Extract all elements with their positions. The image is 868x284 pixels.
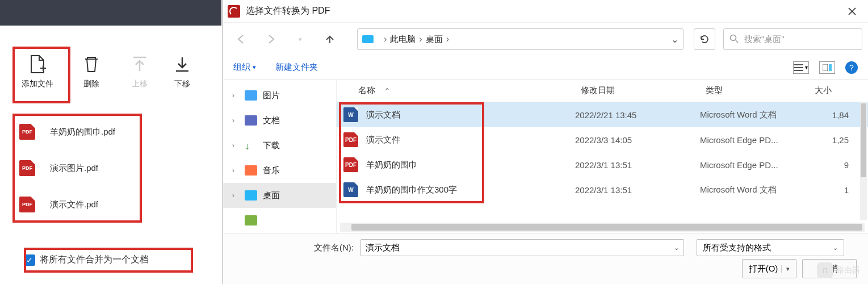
sidebar-item-downloads[interactable]: ›下载 [223, 133, 336, 158]
chevron-down-icon[interactable]: ⌄ [674, 244, 679, 252]
search-input[interactable]: 搜索"桌面" [723, 28, 862, 50]
file-name: 演示文档 [366, 110, 575, 120]
app-panel: 添加文件 删除 上移 下移 PDF 羊奶奶的围巾.pdf PDF [0, 0, 221, 284]
sidebar-item-music[interactable]: ›音乐 [223, 158, 336, 183]
app-icon [228, 5, 240, 18]
delete-button[interactable]: 删除 [70, 47, 112, 98]
file-browser: 名称⌃ 修改日期 类型 大小 W 演示文档 2022/2/21 13:45 Mi… [337, 80, 868, 233]
app-titlebar [0, 0, 221, 26]
file-size: 1,25 [809, 135, 849, 145]
pdf-icon: PDF [343, 157, 358, 172]
recent-dropdown[interactable]: ▾ [288, 27, 313, 52]
scrollbar-thumb[interactable] [351, 224, 862, 231]
move-up-button[interactable]: 上移 [118, 47, 161, 98]
filename-input[interactable]: 演示文档 ⌄ [360, 239, 684, 256]
search-placeholder: 搜索"桌面" [744, 34, 785, 45]
chevron-down-icon: ▾ [253, 64, 256, 71]
breadcrumb[interactable]: › 此电脑 › 桌面 › ⌄ [357, 28, 684, 50]
preview-pane-button[interactable] [819, 61, 835, 74]
table-row[interactable]: PDF 演示文件 2022/3/3 14:05 Microsoft Edge P… [337, 127, 868, 152]
music-icon [245, 165, 257, 176]
column-headers: 名称⌃ 修改日期 类型 大小 [337, 80, 868, 102]
pdf-icon: PDF [343, 132, 358, 147]
arrow-left-icon [236, 34, 246, 44]
close-button[interactable] [841, 0, 863, 23]
app-icon [245, 215, 257, 225]
word-icon: W [343, 107, 358, 122]
sidebar-item[interactable] [223, 208, 336, 233]
column-size[interactable]: 大小 [815, 85, 854, 96]
dialog-body: ›图片 ›文档 ›下载 ›音乐 ›桌面 名称⌃ 修改日期 类型 大小 W 演示文… [223, 80, 868, 233]
list-icon [794, 64, 803, 71]
help-button[interactable]: ? [845, 61, 858, 74]
chevron-right-icon: › [232, 141, 240, 149]
annotation-box [12, 114, 142, 223]
vertical-scrollbar[interactable] [860, 102, 867, 220]
navigation-bar: ▾ › 此电脑 › 桌面 › ⌄ 搜索"桌面" [223, 23, 868, 56]
column-name[interactable]: 名称⌃ [358, 85, 581, 96]
dialog-footer: 文件名(N): 演示文档 ⌄ 所有受支持的格式 ⌄ 打开(O) ▾ 取消 [223, 233, 868, 284]
dialog-title: 选择文件转换为 PDF [246, 5, 330, 17]
view-list-button[interactable]: ▾ [793, 61, 809, 74]
file-name: 羊奶奶的围巾作文300字 [366, 185, 575, 195]
sidebar-item-desktop[interactable]: ›桌面 [223, 183, 336, 208]
sidebar-item-pictures[interactable]: ›图片 [223, 83, 336, 108]
chevron-down-icon: ▾ [805, 64, 808, 70]
back-button[interactable] [229, 27, 254, 52]
chevron-right-icon: › [232, 116, 240, 124]
chevron-right-icon: › [232, 166, 240, 174]
arrow-up-icon [325, 34, 335, 44]
word-icon: W [343, 182, 358, 197]
chevron-down-icon: ⌄ [833, 244, 838, 252]
dialog-buttons: 打开(O) ▾ 取消 [742, 259, 857, 278]
table-row[interactable]: W 羊奶奶的围巾作文300字 2022/3/1 13:51 Microsoft … [337, 177, 868, 202]
forward-button[interactable] [258, 27, 283, 52]
file-size: 1,84 [809, 110, 849, 120]
move-down-label: 下移 [174, 79, 190, 89]
places-sidebar: ›图片 ›文档 ›下载 ›音乐 ›桌面 [223, 80, 337, 233]
crumb-root[interactable]: 此电脑 [390, 34, 416, 45]
column-date[interactable]: 修改日期 [581, 85, 706, 96]
file-date: 2022/2/21 13:45 [575, 110, 700, 120]
table-row[interactable]: PDF 羊奶奶的围巾 2022/3/1 13:51 Microsoft Edge… [337, 152, 868, 177]
crumb-folder[interactable]: 桌面 [426, 34, 443, 45]
chevron-right-icon: › [232, 91, 240, 99]
file-type: Microsoft Edge PD... [700, 135, 809, 145]
command-bar: 组织▾ 新建文件夹 ▾ ? [223, 56, 868, 80]
svg-point-0 [731, 35, 736, 40]
chevron-right-icon: › [419, 34, 422, 44]
file-name: 演示文件 [366, 135, 575, 145]
close-icon [848, 7, 856, 15]
annotation-box [24, 248, 193, 273]
file-name: 羊奶奶的围巾 [366, 160, 575, 170]
table-row[interactable]: W 演示文档 2022/2/21 13:45 Microsoft Word 文档… [337, 102, 868, 127]
file-type: Microsoft Word 文档 [700, 110, 809, 120]
new-folder-button[interactable]: 新建文件夹 [275, 62, 318, 73]
column-type[interactable]: 类型 [706, 85, 815, 96]
monitor-icon [362, 35, 374, 43]
delete-label: 删除 [83, 79, 99, 89]
open-button[interactable]: 打开(O) ▾ [742, 259, 796, 278]
sidebar-item-documents[interactable]: ›文档 [223, 108, 336, 133]
document-icon [245, 115, 257, 126]
annotation-box [12, 47, 70, 103]
filename-row: 文件名(N): 演示文档 ⌄ 所有受支持的格式 ⌄ [314, 239, 857, 256]
arrow-right-icon [266, 34, 276, 44]
view-options: ▾ ? [793, 61, 858, 74]
up-button[interactable] [317, 27, 342, 52]
file-open-dialog: 选择文件转换为 PDF ▾ › 此电脑 › 桌面 › ⌄ [223, 0, 868, 284]
file-filter-select[interactable]: 所有受支持的格式 ⌄ [697, 239, 844, 256]
horizontal-scrollbar[interactable] [340, 223, 865, 232]
chevron-down-icon[interactable]: ▾ [781, 265, 790, 273]
chevron-down-icon[interactable]: ⌄ [671, 34, 678, 45]
file-type: Microsoft Edge PD... [700, 160, 809, 170]
move-down-button[interactable]: 下移 [161, 47, 203, 98]
organize-menu[interactable]: 组织▾ [233, 62, 256, 73]
scrollbar-thumb[interactable] [861, 103, 866, 177]
cancel-button[interactable]: 取消 [802, 259, 857, 278]
picture-icon [245, 90, 257, 101]
refresh-button[interactable] [694, 28, 715, 50]
file-size: 9 [809, 160, 849, 170]
chevron-right-icon: › [446, 34, 449, 44]
refresh-icon [699, 34, 710, 44]
